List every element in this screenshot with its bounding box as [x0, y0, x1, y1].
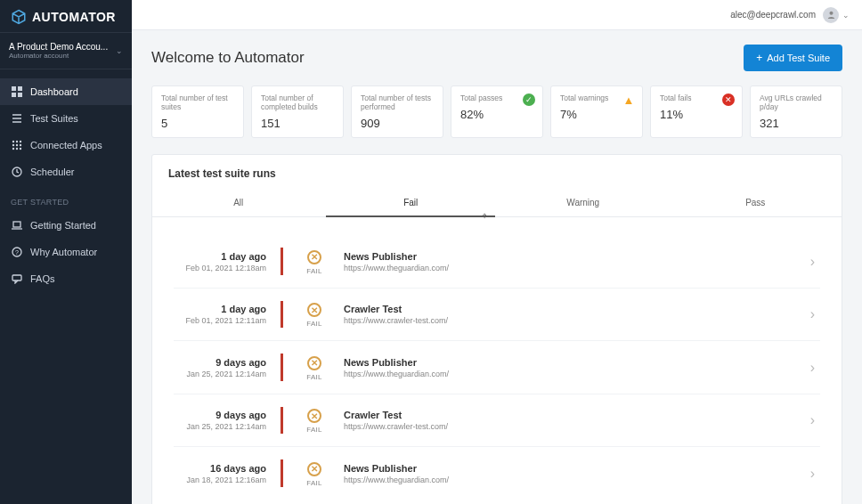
run-status: ✕FAIL — [296, 407, 333, 435]
sidebar-item-why-automator[interactable]: ? Why Automator — [0, 239, 132, 265]
run-row[interactable]: 16 days agoJan 18, 2021 12:16am✕FAILNews… — [174, 446, 820, 500]
person-icon — [826, 10, 836, 20]
run-url: https://www.crawler-test.com/ — [344, 422, 810, 431]
help-icon: ? — [11, 246, 23, 258]
run-list: 1 day agoFeb 01, 2021 12:18am✕FAILNews P… — [152, 217, 842, 504]
run-time: 16 days agoJan 18, 2021 12:16am — [174, 463, 281, 484]
run-url: https://www.theguardian.com/ — [344, 264, 810, 272]
add-test-suite-button[interactable]: + Add Test Suite — [744, 45, 842, 71]
svg-point-11 — [16, 144, 18, 146]
account-switcher[interactable]: A Product Demo Accou... Automator accoun… — [0, 32, 132, 69]
chevron-right-icon: › — [810, 306, 820, 322]
run-ago: 1 day ago — [174, 304, 266, 314]
run-info: News Publisherhttps://www.theguardian.co… — [344, 463, 810, 484]
run-info: News Publisherhttps://www.theguardian.co… — [344, 357, 810, 378]
svg-point-15 — [20, 148, 21, 150]
nav-label: Why Automator — [30, 247, 97, 257]
svg-rect-0 — [12, 86, 16, 91]
run-date: Feb 01, 2021 12:18am — [174, 264, 266, 272]
tab-pass[interactable]: Pass — [670, 191, 842, 216]
main: alec@deepcrawl.com ⌄ Welcome to Automato… — [132, 0, 862, 504]
stat-label: Total number of tests performed — [361, 93, 434, 111]
fail-icon: ✕ — [307, 409, 321, 423]
tabs: AllFail⌖WarningPass — [152, 191, 842, 217]
stat-card: Total number of test suites5 — [151, 85, 244, 138]
tab-fail[interactable]: Fail⌖ — [325, 191, 498, 216]
fail-icon: ✕ — [307, 250, 321, 264]
chat-icon — [11, 272, 23, 285]
run-info: Crawler Testhttps://www.crawler-test.com… — [344, 304, 810, 325]
sidebar-item-test-suites[interactable]: Test Suites — [0, 105, 132, 132]
run-status-label: FAIL — [296, 373, 333, 381]
nav-label: Test Suites — [30, 113, 78, 124]
run-status: ✕FAIL — [296, 354, 333, 381]
stat-value: 909 — [361, 117, 434, 130]
account-sub: Automator account — [9, 52, 108, 60]
stat-card: Total number of completed builds151 — [251, 85, 344, 138]
svg-point-8 — [16, 141, 18, 142]
run-name: News Publisher — [344, 463, 810, 474]
chevron-down-icon[interactable]: ⌄ — [842, 11, 850, 20]
svg-text:?: ? — [15, 249, 19, 256]
run-status-label: FAIL — [296, 426, 333, 434]
run-url: https://www.theguardian.com/ — [344, 476, 810, 484]
runs-card: Latest test suite runs AllFail⌖WarningPa… — [151, 154, 842, 504]
primary-nav: Dashboard Test Suites Connected Apps Sch… — [0, 69, 132, 292]
status-bar — [281, 354, 283, 381]
chevron-right-icon: › — [810, 466, 820, 482]
status-bar — [281, 301, 283, 329]
page-header: Welcome to Automator + Add Test Suite — [151, 45, 842, 71]
sidebar-item-connected-apps[interactable]: Connected Apps — [0, 132, 132, 159]
run-time: 1 day agoFeb 01, 2021 12:11am — [174, 304, 281, 325]
sidebar-item-scheduler[interactable]: Scheduler — [0, 159, 132, 185]
clock-icon — [11, 166, 23, 178]
run-url: https://www.theguardian.com/ — [344, 370, 810, 378]
run-row[interactable]: 1 day agoFeb 01, 2021 12:11am✕FAILCrawle… — [174, 288, 820, 341]
sidebar-item-faqs[interactable]: FAQs — [0, 265, 132, 292]
run-status-label: FAIL — [296, 479, 333, 487]
cube-icon — [11, 9, 27, 25]
run-row[interactable]: 9 days agoJan 25, 2021 12:14am✕FAILCrawl… — [174, 394, 820, 447]
run-date: Jan 25, 2021 12:14am — [174, 370, 266, 378]
cursor-icon: ⌖ — [482, 210, 487, 222]
brand-logo[interactable]: AUTOMATOR — [0, 0, 132, 32]
tab-warning[interactable]: Warning — [497, 191, 670, 216]
stat-card: Total warnings7%▲ — [550, 85, 643, 138]
nav-label: Scheduler — [30, 167, 75, 177]
stat-label: Avg URLs crawled p/day — [760, 93, 833, 111]
stat-value: 11% — [660, 108, 733, 121]
nav-label: FAQs — [30, 273, 55, 284]
chevron-right-icon: › — [810, 412, 820, 428]
laptop-icon — [11, 219, 23, 232]
run-row[interactable]: 1 day agoFeb 01, 2021 12:18am✕FAILNews P… — [174, 235, 820, 288]
stat-value: 151 — [261, 117, 334, 130]
stat-label: Total number of completed builds — [261, 93, 334, 111]
sidebar-item-getting-started[interactable]: Getting Started — [0, 212, 132, 239]
status-bar — [281, 459, 283, 487]
plus-icon: + — [756, 52, 762, 64]
sidebar-item-dashboard[interactable]: Dashboard — [0, 78, 132, 105]
run-row[interactable]: 9 days agoJan 25, 2021 12:14am✕FAILNews … — [174, 340, 820, 394]
svg-point-10 — [12, 144, 14, 146]
section-label-get-started: GET STARTED — [0, 185, 132, 212]
run-time: 9 days agoJan 25, 2021 12:14am — [174, 357, 281, 378]
stat-value: 82% — [460, 108, 533, 121]
run-name: News Publisher — [344, 251, 810, 262]
svg-point-14 — [16, 148, 18, 150]
nav-label: Connected Apps — [30, 140, 102, 150]
content: Welcome to Automator + Add Test Suite To… — [132, 30, 862, 504]
check-icon: ✓ — [523, 93, 535, 106]
run-ago: 9 days ago — [174, 410, 266, 420]
svg-rect-17 — [13, 222, 20, 227]
tab-all[interactable]: All — [152, 191, 325, 216]
user-avatar[interactable] — [823, 7, 839, 23]
svg-rect-3 — [18, 93, 22, 97]
run-time: 9 days agoJan 25, 2021 12:14am — [174, 410, 281, 431]
svg-point-12 — [20, 144, 21, 146]
stat-card: Total passes82%✓ — [451, 85, 543, 138]
run-status: ✕FAIL — [296, 459, 333, 487]
dashboard-icon — [11, 85, 23, 98]
stat-value: 7% — [560, 108, 633, 121]
run-name: News Publisher — [344, 357, 810, 368]
run-url: https://www.crawler-test.com/ — [344, 316, 810, 325]
